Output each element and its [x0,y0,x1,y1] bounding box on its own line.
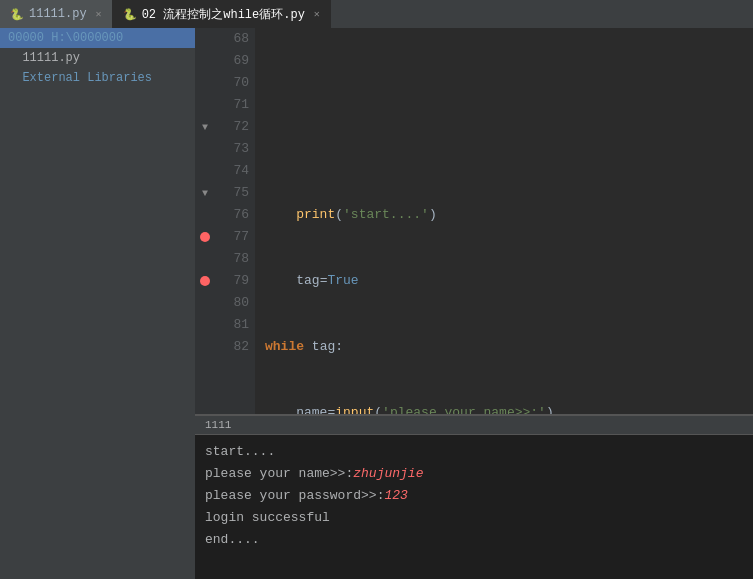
gutter-77 [195,226,215,248]
paren-70: ( [335,204,343,226]
terminal-line-4: login successful [205,507,743,529]
ln-73: 73 [215,138,249,160]
indent-71 [265,270,296,292]
gutter: ▼ ▼ [195,28,215,414]
code-editor[interactable]: ▼ ▼ 68 69 70 71 72 73 74 [195,28,753,414]
t-text-4: login successful [205,507,330,529]
gutter-70 [195,72,215,94]
gutter-81 [195,314,215,336]
fold-75[interactable]: ▼ [202,188,208,199]
terminal-line-5: end.... [205,529,743,551]
gutter-78 [195,248,215,270]
str-73: 'please your name>>:' [382,402,546,414]
fold-72[interactable]: ▼ [202,122,208,133]
code-line-70: print('start....') [265,204,753,226]
sidebar-item-root[interactable]: 00000 H:\0000000 [0,28,195,48]
breakpoint-79[interactable] [200,276,210,286]
tab-while[interactable]: 🐍 02 流程控制之while循环.py ✕ [113,0,331,28]
terminal-content[interactable]: start.... please your name>>:zhujunjie p… [195,435,753,579]
editor-area: ▼ ▼ 68 69 70 71 72 73 74 [195,28,753,579]
terminal: 1111 start.... please your name>>:zhujun… [195,414,753,579]
ln-71: 71 [215,94,249,116]
gutter-71 [195,94,215,116]
ln-68: 68 [215,28,249,50]
t-text-2: please your name>>: [205,463,353,485]
ln-82: 82 [215,336,249,358]
code-line-73: name=input('please your name>>:') [265,402,753,414]
t-text-3: please your password>>: [205,485,384,507]
main-area: 00000 H:\0000000 11111.py External Libra… [0,28,753,579]
file-icon-1: 🐍 [10,8,24,21]
indent-70 [265,204,296,226]
gutter-74 [195,160,215,182]
code-line-68 [265,72,753,94]
ln-72: 72 [215,116,249,138]
ln-80: 80 [215,292,249,314]
ln-78: 78 [215,248,249,270]
eq-73: = [327,402,335,414]
true-val: True [327,270,358,292]
sidebar-item-11111[interactable]: 11111.py [0,48,195,68]
t-input-2: zhujunjie [353,463,423,485]
terminal-line-2: please your name>>:zhujunjie [205,463,743,485]
gutter-68 [195,28,215,50]
gutter-79 [195,270,215,292]
print-70: print [296,204,335,226]
code-line-71: tag=True [265,270,753,292]
gutter-69 [195,50,215,72]
sidebar-root-label: 00000 H:\0000000 [8,31,123,45]
p1-73: ( [374,402,382,414]
terminal-line-1: start.... [205,441,743,463]
terminal-title: 1111 [205,419,231,431]
while-kw: while [265,336,304,358]
gutter-75: ▼ [195,182,215,204]
tab-close-2[interactable]: ✕ [314,8,320,20]
gutter-82 [195,336,215,358]
colon-72: : [335,336,343,358]
ln-81: 81 [215,314,249,336]
t-text-1: start.... [205,441,275,463]
space-72 [304,336,312,358]
file-icon-2: 🐍 [123,8,137,21]
t-text-5: end.... [205,529,260,551]
sidebar-item-ext-libs[interactable]: External Libraries [0,68,195,88]
ln-79: 79 [215,270,249,292]
p2-73: ) [546,402,554,414]
indent-73 [265,402,296,414]
terminal-line-3: please your password>>:123 [205,485,743,507]
gutter-80 [195,292,215,314]
tag-72: tag [312,336,335,358]
gutter-72: ▼ [195,116,215,138]
t-input-3: 123 [384,485,407,507]
sidebar: 00000 H:\0000000 11111.py External Libra… [0,28,195,579]
tab-label-2: 02 流程控制之while循环.py [142,6,305,23]
breakpoint-77[interactable] [200,232,210,242]
gutter-76 [195,204,215,226]
tab-11111[interactable]: 🐍 11111.py ✕ [0,0,113,28]
ln-75: 75 [215,182,249,204]
ln-70: 70 [215,72,249,94]
gutter-73 [195,138,215,160]
terminal-header: 1111 [195,416,753,435]
tab-close-1[interactable]: ✕ [96,8,102,20]
code-line-72: while tag: [265,336,753,358]
sidebar-file-label: 11111.py [8,51,80,65]
ln-76: 76 [215,204,249,226]
tab-bar: 🐍 11111.py ✕ 🐍 02 流程控制之while循环.py ✕ [0,0,753,28]
eq-71: = [320,270,328,292]
ln-74: 74 [215,160,249,182]
name-73: name [296,402,327,414]
str-70: 'start....' [343,204,429,226]
line-numbers: 68 69 70 71 72 73 74 75 76 77 78 79 80 8… [215,28,255,414]
ln-69: 69 [215,50,249,72]
code-content[interactable]: print('start....') tag=True while tag: n… [255,28,753,414]
tab-label-1: 11111.py [29,7,87,21]
cparen-70: ) [429,204,437,226]
ln-77: 77 [215,226,249,248]
input-73: input [335,402,374,414]
code-line-69 [265,138,753,160]
sidebar-ext-label: External Libraries [8,71,152,85]
var-tag: tag [296,270,319,292]
